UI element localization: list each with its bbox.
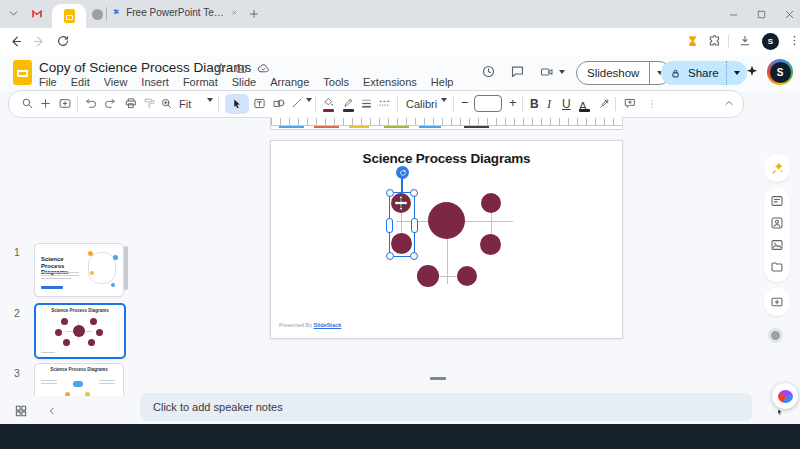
filmstrip-scrollbar[interactable] [124, 246, 128, 290]
slide-canvas[interactable]: Science Process Diagrams [270, 140, 623, 339]
slidesgo-tab[interactable]: Free PowerPoint Templates and [112, 6, 238, 18]
border-dash-icon[interactable] [378, 97, 391, 110]
back-icon[interactable] [8, 34, 23, 49]
resize-handle-sw[interactable] [386, 252, 394, 260]
target-dot-icon[interactable] [768, 328, 783, 343]
zoom-caret[interactable] [207, 102, 213, 120]
grid-view-icon[interactable] [14, 404, 28, 418]
footer-brand-link[interactable]: SlideStack [314, 322, 342, 328]
fill-color-icon[interactable] [322, 97, 335, 108]
slide-thumbnail-2-selected[interactable]: Science Process Diagrams [34, 303, 126, 359]
font-size-increase[interactable]: + [509, 96, 517, 110]
redo-icon[interactable] [103, 97, 116, 110]
rotate-handle-icon[interactable] [396, 166, 409, 179]
tab-close-icon[interactable] [231, 8, 238, 17]
select-tool-button[interactable] [225, 94, 249, 114]
menu-extensions[interactable]: Extensions [356, 75, 424, 89]
slideshow-button[interactable]: Slideshow [576, 61, 671, 85]
diagram-circle-top-right[interactable] [481, 193, 501, 213]
notes-resize-handle[interactable] [430, 377, 446, 380]
shape-tool-icon[interactable] [272, 97, 286, 110]
resize-handle-se[interactable] [410, 252, 418, 260]
new-slide-layout-icon[interactable] [58, 97, 72, 110]
italic-button[interactable]: I [547, 97, 551, 111]
folder-panel-icon[interactable] [770, 260, 784, 274]
new-tab-button[interactable] [248, 8, 260, 20]
mouse-cursor-icon [776, 407, 784, 417]
menu-tools[interactable]: Tools [316, 75, 356, 89]
paint-format-icon[interactable] [143, 97, 156, 110]
forward-icon[interactable] [32, 34, 47, 49]
collapse-filmstrip-icon[interactable] [46, 405, 58, 417]
add-comment-icon[interactable] [623, 97, 637, 110]
menu-help[interactable]: Help [424, 75, 461, 89]
cloud-saved-icon[interactable] [257, 62, 270, 75]
slides-active-tab[interactable] [52, 4, 86, 28]
gmail-pinned-tab[interactable] [30, 7, 44, 20]
menu-slide[interactable]: Slide [225, 75, 263, 89]
font-select[interactable]: Calibri [406, 97, 437, 111]
new-slide-panel-button[interactable] [764, 288, 790, 316]
resize-handle-w[interactable] [386, 218, 393, 233]
more-options-icon[interactable] [647, 99, 657, 109]
font-size-input[interactable] [474, 95, 502, 112]
calendar-card-icon[interactable] [770, 194, 784, 208]
slide-thumbnail-3[interactable]: Science Process Diagrams [34, 363, 124, 396]
contacts-icon[interactable] [770, 216, 784, 230]
line-tool-icon[interactable] [291, 97, 303, 109]
diagram-circle-mid-right[interactable] [480, 234, 501, 255]
slide-thumbnail-1[interactable]: Science Process Diagrams [34, 243, 124, 297]
text-box-icon[interactable] [253, 97, 266, 110]
border-weight-icon[interactable] [360, 97, 373, 110]
hide-menus-chevron-icon[interactable] [723, 97, 735, 109]
menu-view[interactable]: View [97, 75, 135, 89]
move-folder-icon[interactable] [235, 62, 248, 75]
zoom-icon[interactable] [160, 97, 173, 110]
share-dropdown[interactable] [726, 61, 747, 85]
menu-format[interactable]: Format [176, 75, 225, 89]
gemini-sparkle-icon[interactable] [745, 64, 759, 78]
menu-arrange[interactable]: Arrange [263, 75, 316, 89]
comment-icon[interactable] [510, 64, 525, 79]
download-icon[interactable] [738, 34, 752, 48]
image-panel-icon[interactable] [770, 238, 784, 252]
diagram-circle-bottom-right[interactable] [457, 266, 477, 286]
diagram-circle-bottom-left[interactable] [417, 265, 439, 287]
tab-search-button[interactable] [7, 7, 20, 20]
font-size-decrease[interactable]: − [461, 96, 469, 110]
window-minimize-button[interactable] [728, 9, 739, 20]
window-close-button[interactable] [784, 9, 795, 20]
star-document-icon[interactable] [215, 62, 227, 74]
browser-menu-icon[interactable] [788, 34, 800, 47]
menu-edit[interactable]: Edit [64, 75, 97, 89]
meet-camera-icon[interactable] [539, 65, 565, 79]
diagram-circle-large[interactable] [428, 202, 465, 239]
menu-file[interactable]: File [32, 75, 64, 89]
print-icon[interactable] [124, 97, 138, 110]
speaker-notes-box[interactable]: Click to add speaker notes [140, 393, 752, 421]
new-slide-icon[interactable] [39, 97, 52, 110]
gemini-wand-button[interactable] [764, 154, 790, 182]
bold-button[interactable]: B [530, 97, 539, 111]
border-color-icon[interactable] [342, 97, 355, 108]
zoom-select[interactable]: Fit [179, 97, 191, 111]
hourglass-extension-icon[interactable] [686, 34, 699, 48]
slide-title[interactable]: Science Process Diagrams [271, 151, 622, 166]
version-history-icon[interactable] [481, 64, 496, 79]
resize-handle-ne[interactable] [410, 189, 418, 197]
menu-insert[interactable]: Insert [134, 75, 176, 89]
highlight-color-icon[interactable] [598, 97, 611, 110]
account-avatar[interactable]: S [767, 59, 793, 85]
refresh-icon[interactable] [56, 34, 70, 48]
extensions-puzzle-icon[interactable] [708, 34, 722, 48]
window-maximize-button[interactable] [756, 9, 767, 20]
ai-assistant-fab[interactable] [772, 383, 798, 409]
browser-profile-avatar[interactable]: S [762, 33, 779, 50]
text-color-button[interactable]: A [579, 96, 587, 114]
resize-handle-e[interactable] [411, 218, 418, 233]
underline-button[interactable]: U [562, 97, 571, 111]
search-menus-icon[interactable] [21, 97, 34, 110]
pinned-tab-favicon[interactable] [92, 9, 103, 20]
share-button[interactable]: Share [661, 61, 747, 85]
undo-icon[interactable] [85, 97, 98, 110]
